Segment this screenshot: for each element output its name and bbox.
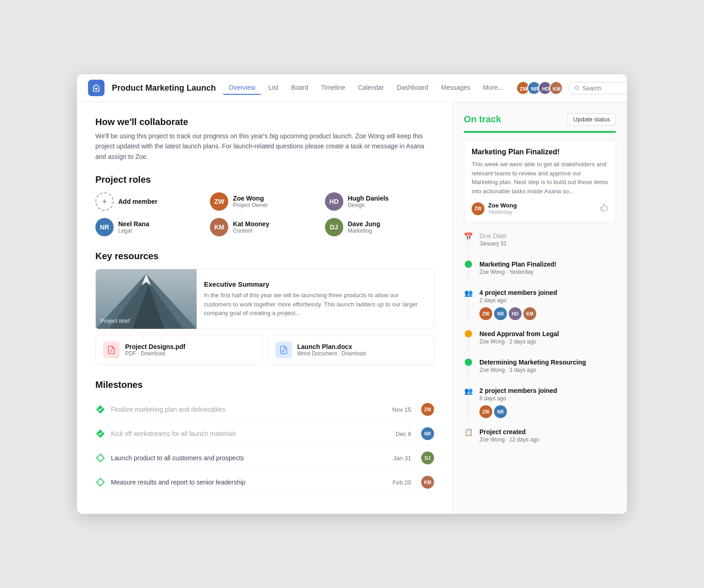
tab-messages[interactable]: Messages — [435, 81, 476, 95]
timeline-content-due-date: Due Date January 31 — [479, 232, 616, 252]
status-card-title: Marketing Plan Finalized! — [472, 148, 608, 156]
timeline-project-created: 📋 Project created Zoe Wong · 12 days ago — [464, 428, 616, 457]
like-button[interactable] — [600, 203, 608, 214]
tab-dashboard[interactable]: Dashboard — [391, 81, 434, 95]
status-label: On track — [464, 114, 501, 125]
timeline-4-members: 👥 4 project members joined 2 days ago ZW… — [464, 289, 616, 330]
role-avatar-kat: KM — [210, 218, 228, 236]
tl-avatar-6: NR — [494, 405, 507, 418]
status-card: Marketing Plan Finalized! This week we w… — [464, 140, 616, 223]
timeline-content-resourcing: Determining Marketing Resourcing Zoe Won… — [479, 359, 616, 379]
member-avatars: ZW NR HD KM — [516, 81, 563, 95]
pdf-file-info: Project Designs.pdf PDF · Download — [125, 343, 185, 357]
tab-overview[interactable]: Overview — [223, 81, 261, 95]
milestone-4: Measure results and report to senior lea… — [95, 470, 434, 495]
timeline-dot-orange — [465, 330, 472, 338]
timeline-due-date: 📅 Due Date January 31 — [464, 232, 616, 261]
right-panel: On track Update status Marketing Plan Fi… — [453, 102, 627, 514]
add-member-item[interactable]: Add member — [95, 192, 204, 211]
search-box[interactable] — [568, 82, 627, 94]
author-avatar: ZW — [472, 202, 484, 215]
search-icon — [574, 85, 580, 91]
avatar-4: KM — [549, 81, 563, 95]
doc-file-info: Launch Plan.docx Word Document · Downloa… — [297, 343, 366, 357]
timeline-title-4members: 4 project members joined — [479, 289, 616, 296]
milestone-text-3: Launch product to all customers and pros… — [111, 454, 388, 462]
author-name: Zoe Wong — [488, 202, 517, 209]
status-card-desc: This week we were able to get all stakeh… — [472, 160, 608, 196]
timeline-content-created: Project created Zoe Wong · 12 days ago — [479, 428, 616, 448]
role-label-kat: Content — [233, 228, 269, 234]
milestone-1: Finalize marketing plan and deliverables… — [95, 397, 434, 422]
tl-avatar-4: KM — [523, 307, 536, 320]
tl-avatar-5: ZW — [479, 405, 492, 418]
role-name-neel: Neel Rana — [118, 220, 149, 228]
users-icon-1: 👥 — [464, 289, 473, 297]
status-header: On track Update status — [464, 113, 616, 125]
resource-info: Executive Summary In the first half of t… — [197, 269, 434, 329]
role-avatar-dave: DJ — [325, 218, 343, 236]
featured-resource[interactable]: Launch Strategy Project brief Executive … — [95, 269, 434, 329]
add-member-label: Add member — [118, 198, 158, 205]
doc-filename: Launch Plan.docx — [297, 343, 366, 350]
doc-meta: Word Document · Download — [297, 350, 366, 357]
milestone-icon-2 — [95, 429, 105, 439]
timeline-meta-legal: Zoe Wong · 2 days ago — [479, 338, 616, 345]
main-content: How we'll collaborate We'll be using thi… — [77, 102, 627, 514]
timeline-meta-2members: 8 days ago — [479, 395, 616, 402]
tl-avatar-3: HD — [509, 307, 522, 320]
status-card-author: ZW Zoe Wong Yesterday — [472, 202, 517, 215]
milestone-avatar-2: NR — [421, 427, 434, 440]
file-pdf[interactable]: Project Designs.pdf PDF · Download — [95, 335, 262, 365]
update-status-button[interactable]: Update status — [567, 113, 616, 125]
users-icon-2: 👥 — [464, 387, 473, 395]
timeline-content-marketing: Marketing Plan Finalized! Zoe Wong · Yes… — [479, 261, 616, 281]
tab-more[interactable]: More... — [478, 81, 509, 95]
left-panel: How we'll collaborate We'll be using thi… — [77, 102, 453, 514]
file-doc[interactable]: Launch Plan.docx Word Document · Downloa… — [268, 335, 434, 365]
collaborate-title: How we'll collaborate — [95, 117, 434, 127]
resource-image-subtitle: Project brief — [100, 318, 151, 324]
status-card-footer: ZW Zoe Wong Yesterday — [472, 202, 608, 215]
milestone-date-2: Dec 8 — [396, 430, 411, 437]
role-dave-jung: DJ Dave Jung Marketing — [325, 218, 434, 236]
timeline-title-due-date: Due Date — [479, 232, 616, 240]
tab-timeline[interactable]: Timeline — [316, 81, 351, 95]
milestone-icon-3 — [95, 453, 105, 463]
timeline-avatars-4: ZW NR HD KM — [479, 307, 616, 320]
timeline-dot-green-1 — [465, 261, 472, 268]
role-neel-rana: NR Neel Rana Legal — [95, 218, 204, 236]
timeline-legal-approval: Need Approval from Legal Zoe Wong · 2 da… — [464, 330, 616, 359]
calendar-icon: 📅 — [464, 232, 473, 241]
tab-board[interactable]: Board — [286, 81, 314, 95]
milestone-icon-4 — [95, 477, 105, 487]
milestone-avatar-4: KM — [421, 476, 434, 489]
clipboard-icon: 📋 — [464, 428, 473, 436]
svg-point-1 — [575, 86, 578, 89]
role-label-zoe: Project Owner — [233, 202, 268, 208]
tab-calendar[interactable]: Calendar — [352, 81, 390, 95]
resource-info-desc: In the first half of this year we will b… — [204, 291, 426, 318]
tl-avatar-2: NR — [494, 307, 507, 320]
tab-list[interactable]: List — [263, 81, 284, 95]
svg-marker-10 — [96, 430, 104, 438]
add-member-avatar — [95, 192, 114, 211]
app-icon — [88, 80, 104, 96]
pdf-meta: PDF · Download — [125, 350, 185, 357]
timeline-content-2members: 2 project members joined 8 days ago ZW N… — [479, 387, 616, 420]
role-name-kat: Kat Mooney — [233, 220, 269, 228]
role-avatar-zoe: ZW — [210, 192, 228, 211]
timeline-meta-due-date: January 31 — [479, 240, 616, 247]
pdf-icon — [103, 342, 120, 358]
role-zoe-wong: ZW Zoe Wong Project Owner — [210, 192, 319, 211]
role-hugh-daniels: HD Hugh Daniels Design — [325, 192, 434, 211]
nav-tabs: Overview List Board Timeline Calendar Da… — [223, 81, 509, 95]
search-input[interactable] — [583, 85, 627, 92]
svg-marker-9 — [96, 405, 104, 414]
timeline-meta-resourcing: Zoe Wong · 3 days ago — [479, 367, 616, 373]
status-progress-bar — [464, 131, 616, 133]
svg-point-0 — [95, 87, 98, 90]
milestone-date-1: Nov 15 — [392, 406, 411, 413]
timeline-title-2members: 2 project members joined — [479, 387, 616, 394]
timeline-title-resourcing: Determining Marketing Resourcing — [479, 359, 616, 366]
